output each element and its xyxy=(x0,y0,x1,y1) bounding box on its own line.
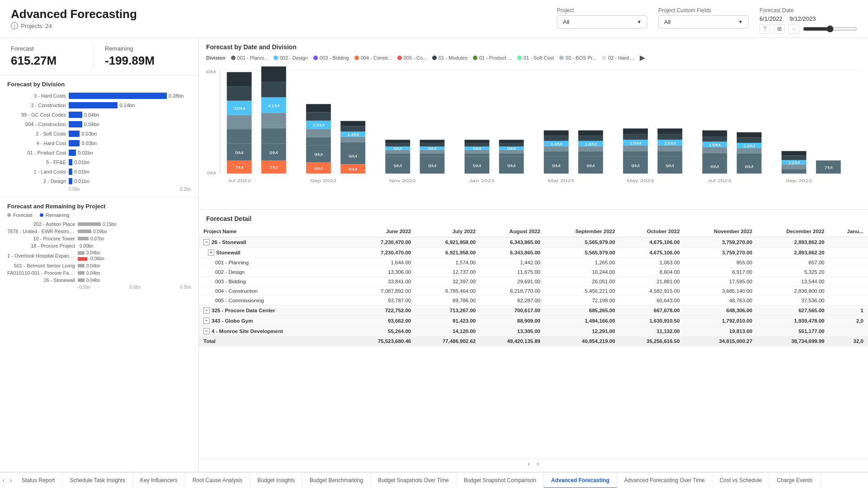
table-cell-value: 10,244.00 xyxy=(545,267,619,277)
table-cell-value: 19,813.00 xyxy=(684,326,757,337)
table-cell-value: 12,291.00 xyxy=(545,326,619,337)
table-cell-value: 34,815,000.27 xyxy=(684,337,757,346)
bar-label-mid: 7M xyxy=(824,165,833,169)
bar-fill xyxy=(69,178,72,184)
scroll-left-button[interactable]: ‹ xyxy=(524,460,533,467)
right-panel: Forecast by Date and Division Division00… xyxy=(199,38,868,472)
tab-advanced-forecasting[interactable]: Advanced Forecasting xyxy=(544,473,617,488)
tab-root-cause-analysis[interactable]: Root Cause Analysis xyxy=(185,473,250,488)
page-title: Advanced Forecasting xyxy=(11,7,137,21)
table-cell-value xyxy=(829,267,868,277)
expand-icon[interactable]: − xyxy=(203,239,210,245)
x-axis-label: May 2023 xyxy=(627,178,654,183)
table-cell-value: 8,604.00 xyxy=(620,267,684,277)
bar-fill xyxy=(69,112,82,118)
bar-fill xyxy=(69,131,80,137)
tab-budget-insights[interactable]: Budget Insights xyxy=(250,473,302,488)
table-col-date: September 2022 xyxy=(545,226,619,237)
table-row: 001 - Planning1,644.001,574.001,442.001,… xyxy=(199,258,868,267)
bar-label-bottom: 5M xyxy=(349,167,357,171)
table-col-date: August 2022 xyxy=(480,226,545,237)
table-cell-name: −325 - Procore Data Center xyxy=(199,305,351,316)
fr-bar-row: 202 - Ashton Place 0.15bn xyxy=(7,221,191,227)
fr-forecast-val: 0.04bn xyxy=(86,250,100,255)
expand-icon[interactable]: + xyxy=(208,249,214,256)
table-cell-value xyxy=(829,237,868,248)
bar-label-top: 14M xyxy=(550,141,562,146)
fr-project-label: 18 - Procore Project xyxy=(7,243,75,249)
forecast-value: 615.27M xyxy=(11,54,94,68)
tab-cost-vs-schedule[interactable]: Cost vs Schedule xyxy=(712,473,769,488)
bar-fill xyxy=(69,159,72,165)
forecast-by-division-title: Forecast by Division xyxy=(7,81,191,88)
table-cell-value: 3,685,140.00 xyxy=(684,286,757,296)
tab-next-button[interactable]: › xyxy=(7,473,14,488)
bar-track: 0.14bn xyxy=(69,102,191,109)
x-axis-label: Jul 2023 xyxy=(708,178,731,183)
tab-budget-benchmarking[interactable]: Budget Benchmarking xyxy=(302,473,371,488)
info-icon[interactable]: i xyxy=(11,22,18,29)
project-filter-select[interactable]: All ▼ xyxy=(557,15,647,28)
custom-fields-select[interactable]: All ▼ xyxy=(658,15,749,28)
tab-status-report[interactable]: Status Report xyxy=(14,473,62,488)
table-cell-value: 7,087,892.00 xyxy=(351,286,415,296)
bar-label-top: 15M xyxy=(664,141,676,145)
tab-prev-button[interactable]: ‹ xyxy=(0,473,7,488)
table-cell-value: 1,574.00 xyxy=(415,258,480,267)
legend-next-arrow[interactable]: ▶ xyxy=(640,53,645,62)
table-cell-value: 1,644.00 xyxy=(351,258,415,267)
bar-track: 0.28bn xyxy=(69,92,191,99)
table-cell-value: 82,287.00 xyxy=(480,296,545,305)
bar-label-mid: 9M xyxy=(665,163,674,168)
table-col-date: Janu... xyxy=(829,226,868,237)
row-name-text: 001 - Planning xyxy=(215,260,249,265)
table-cell-value: 88,909.00 xyxy=(480,316,545,326)
bar-value: 0.02bn xyxy=(78,150,93,155)
filter-expand-button[interactable]: ⊞ xyxy=(774,24,785,34)
table-cell-value: 1,939,478.00 xyxy=(757,316,829,326)
tab-budget-snapshots-over-time[interactable]: Budget Snapshots Over Time xyxy=(371,473,457,488)
forecast-remaining-section: Forecast and Remaining by Project Foreca… xyxy=(0,197,198,472)
fr-axis-label: 0.0bn xyxy=(130,285,141,290)
tab-budget-snapshot-comparison[interactable]: Budget Snapshot Comparison xyxy=(457,473,544,488)
fr-project-label: 202 - Ashton Place xyxy=(7,221,75,227)
header-subtitle: i Projects: 24 xyxy=(11,22,137,29)
forecast-date-values: 6/1/2022 9/12/2023 xyxy=(760,15,857,22)
expand-icon[interactable]: − xyxy=(203,328,210,334)
fr-remaining-val: -0.06bn xyxy=(89,256,104,261)
tab-charge-events[interactable]: Charge Events xyxy=(769,473,820,488)
fr-project-label: FA010110-001 - Procore Facility xyxy=(7,270,75,276)
bar-segment-top-1 xyxy=(578,146,603,151)
fr-forecast-bar: 0.04bn xyxy=(78,263,191,268)
scroll-right-button[interactable]: › xyxy=(533,460,543,467)
bar-fill xyxy=(69,93,167,99)
filter-funnel-button[interactable]: ⊤ xyxy=(760,24,770,34)
table-container[interactable]: Project NameJune 2022July 2022August 202… xyxy=(199,226,868,459)
tab-advanced-forecasting-over-time[interactable]: Advanced Forecasting Over Time xyxy=(617,473,712,488)
table-cell-value xyxy=(829,277,868,286)
date-range-slider[interactable] xyxy=(803,25,857,33)
tab-schedule-task-insights[interactable]: Schedule Task Insights xyxy=(62,473,133,488)
table-cell-value: 6,921,958.00 xyxy=(415,237,480,248)
project-filter-value: All xyxy=(563,19,569,25)
legend-item: Forecast xyxy=(7,212,33,218)
table-cell-value: 14,120.00 xyxy=(415,326,480,337)
fr-bars-group: 0.04bn xyxy=(78,278,191,283)
fr-bar-row: 1 - Overlook Hospital Expansion 0.04bn -… xyxy=(7,250,191,261)
bar-label-bottom: 6M xyxy=(314,166,323,170)
table-cell-value: 6,785,464.00 xyxy=(415,286,480,296)
bar-value: 0.03bn xyxy=(81,141,97,146)
fr-project-label: 501 - Belmont Senior Living xyxy=(7,263,75,268)
table-cell-value: 2,836,800.00 xyxy=(757,286,829,296)
fr-forecast-bar: 0.04bn xyxy=(78,278,191,283)
tab-key-influencers[interactable]: Key Influencers xyxy=(133,473,185,488)
table-col-name: Project Name xyxy=(199,226,351,237)
bar-segment-top-3 xyxy=(623,134,648,140)
fr-project-label: 10 - Procore Tower xyxy=(7,236,75,241)
bar-segment-top-3 xyxy=(657,134,682,140)
expand-icon[interactable]: − xyxy=(203,318,210,324)
table-cell-value xyxy=(829,296,868,305)
filter-more-button[interactable]: ··· xyxy=(788,24,799,34)
expand-icon[interactable]: − xyxy=(203,307,210,314)
bar-segment-top-4 xyxy=(737,132,762,138)
